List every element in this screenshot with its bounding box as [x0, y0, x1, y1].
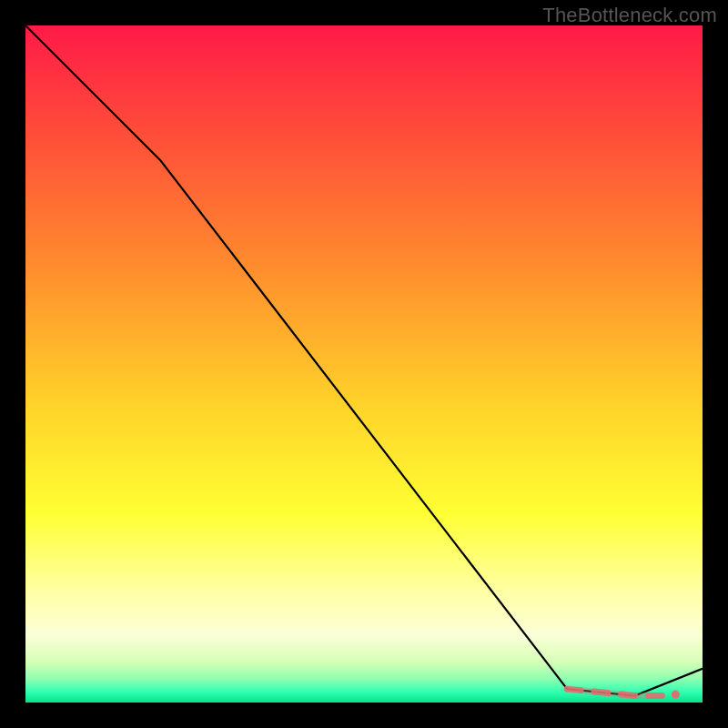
highlight-dot — [672, 691, 680, 699]
watermark-text: TheBottleneck.com — [542, 4, 717, 27]
chart-svg — [25, 25, 703, 703]
chart-frame: TheBottleneck.com — [0, 0, 728, 728]
plot-area — [25, 25, 703, 703]
